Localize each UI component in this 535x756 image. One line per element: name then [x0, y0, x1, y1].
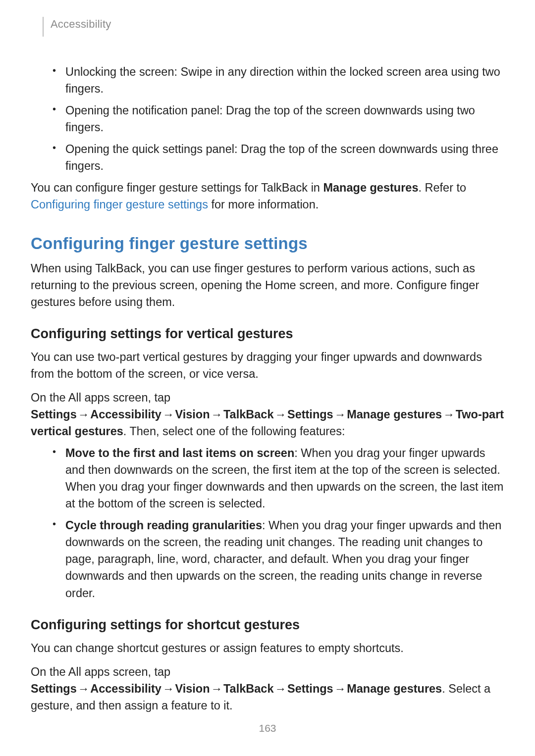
nav-step: Manage gestures	[347, 682, 442, 695]
link-configuring-gestures[interactable]: Configuring finger gesture settings	[31, 198, 208, 211]
list-item: Opening the quick settings panel: Drag t…	[53, 141, 504, 174]
page-content: Unlocking the screen: Swipe in any direc…	[31, 42, 504, 714]
vertical-feature-list: Move to the first and last items on scre…	[53, 445, 504, 602]
nav-step: Vision	[175, 408, 210, 421]
text-fragment: for more information.	[208, 198, 319, 211]
arrow-icon: →	[210, 408, 224, 421]
arrow-icon: →	[333, 682, 347, 695]
text-fragment: . Then, select one of the following feat…	[123, 425, 345, 438]
subheading-shortcut: Configuring settings for shortcut gestur…	[31, 617, 504, 633]
text-fragment: You can configure finger gesture setting…	[31, 181, 323, 194]
nav-step: Accessibility	[90, 682, 161, 695]
nav-step: Accessibility	[90, 408, 161, 421]
feature-name: Cycle through reading granularities	[65, 519, 262, 532]
arrow-icon: →	[161, 408, 175, 421]
nav-step: Manage gestures	[347, 408, 442, 421]
arrow-icon: →	[442, 408, 456, 421]
shortcut-paragraph: You can change shortcut gestures or assi…	[31, 640, 504, 656]
nav-step: Vision	[175, 682, 210, 695]
page-number: 163	[0, 722, 535, 734]
list-item: Opening the notification panel: Drag the…	[53, 102, 504, 136]
text-fragment: . Refer to	[418, 181, 466, 194]
vertical-nav-path: On the All apps screen, tap Settings→Acc…	[31, 389, 504, 440]
text-fragment: On the All apps screen, tap	[31, 391, 170, 404]
list-item: Move to the first and last items on scre…	[53, 445, 504, 512]
arrow-icon: →	[77, 682, 91, 695]
nav-step: Settings	[31, 408, 77, 421]
section-intro: When using TalkBack, you can use finger …	[31, 260, 504, 310]
arrow-icon: →	[210, 682, 224, 695]
arrow-icon: →	[161, 682, 175, 695]
text-fragment: On the All apps screen, tap	[31, 665, 170, 678]
header-section-label: Accessibility	[51, 18, 111, 31]
header-rule	[43, 17, 44, 37]
arrow-icon: →	[273, 682, 287, 695]
nav-step: Settings	[287, 408, 333, 421]
intro-paragraph: You can configure finger gesture setting…	[31, 179, 504, 213]
nav-step: Settings	[287, 682, 333, 695]
arrow-icon: →	[273, 408, 287, 421]
nav-step: TalkBack	[223, 408, 273, 421]
intro-bullet-list: Unlocking the screen: Swipe in any direc…	[53, 63, 504, 174]
arrow-icon: →	[333, 408, 347, 421]
nav-step: TalkBack	[223, 682, 273, 695]
text-bold: Manage gestures	[323, 181, 418, 194]
subheading-vertical: Configuring settings for vertical gestur…	[31, 326, 504, 342]
vertical-paragraph: You can use two-part vertical gestures b…	[31, 349, 504, 382]
page-header: Accessibility	[31, 17, 504, 42]
section-title: Configuring finger gesture settings	[31, 234, 504, 253]
arrow-icon: →	[77, 408, 91, 421]
shortcut-nav-path: On the All apps screen, tap Settings→Acc…	[31, 663, 504, 714]
list-item: Cycle through reading granularities: Whe…	[53, 517, 504, 601]
feature-name: Move to the first and last items on scre…	[65, 447, 294, 459]
nav-step: Settings	[31, 682, 77, 695]
list-item: Unlocking the screen: Swipe in any direc…	[53, 63, 504, 97]
